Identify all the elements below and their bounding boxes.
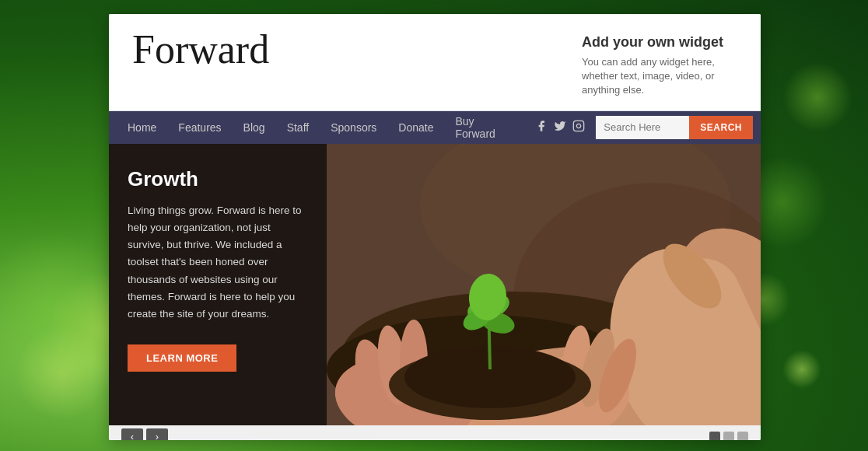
twitter-icon[interactable] (554, 120, 566, 135)
nav-donate[interactable]: Donate (387, 111, 444, 144)
next-arrow[interactable]: › (146, 428, 168, 440)
instagram-icon[interactable] (572, 120, 585, 135)
navbar: Home Features Blog Staff Sponsors Donate… (109, 111, 761, 144)
search-input[interactable] (596, 116, 689, 139)
site-header: Forward Add your own widget You can add … (109, 14, 761, 111)
hero-heading: Growth (128, 167, 308, 191)
search-button[interactable]: SEARCH (689, 116, 753, 139)
hero-body: Living things grow. Forward is here to h… (128, 202, 308, 323)
slide-dot-3[interactable] (737, 432, 748, 440)
widget-area: Add your own widget You can add any widg… (582, 30, 737, 98)
bottom-nav: ‹ › (109, 425, 761, 440)
facebook-icon[interactable] (535, 120, 548, 135)
site-title: Forward (132, 30, 269, 70)
hero-text-panel: Growth Living things grow. Forward is he… (109, 144, 327, 425)
nav-links: Home Features Blog Staff Sponsors Donate… (117, 111, 524, 144)
widget-desc: You can add any widget here, whether tex… (582, 55, 737, 98)
main-card: Forward Add your own widget You can add … (109, 14, 761, 440)
bokeh-circle-1 (16, 327, 109, 420)
nav-social (524, 120, 596, 135)
bokeh-circle-6 (782, 350, 821, 389)
svg-rect-0 (574, 121, 584, 131)
bokeh-circle-3 (782, 62, 852, 132)
nav-buy-forward[interactable]: Buy Forward (445, 111, 525, 144)
search-area: SEARCH (596, 116, 753, 139)
nav-sponsors[interactable]: Sponsors (320, 111, 387, 144)
slide-dot-2[interactable] (723, 432, 734, 440)
widget-title: Add your own widget (582, 34, 737, 51)
nav-staff[interactable]: Staff (276, 111, 320, 144)
hero-section: Growth Living things grow. Forward is he… (109, 144, 761, 425)
nav-features[interactable]: Features (167, 111, 232, 144)
learn-more-button[interactable]: LEARN MORE (128, 344, 236, 372)
prev-arrow[interactable]: ‹ (121, 428, 143, 440)
nav-home[interactable]: Home (117, 111, 167, 144)
slide-dots (709, 432, 748, 440)
nav-blog[interactable]: Blog (233, 111, 276, 144)
slide-dot-1[interactable] (709, 432, 720, 440)
